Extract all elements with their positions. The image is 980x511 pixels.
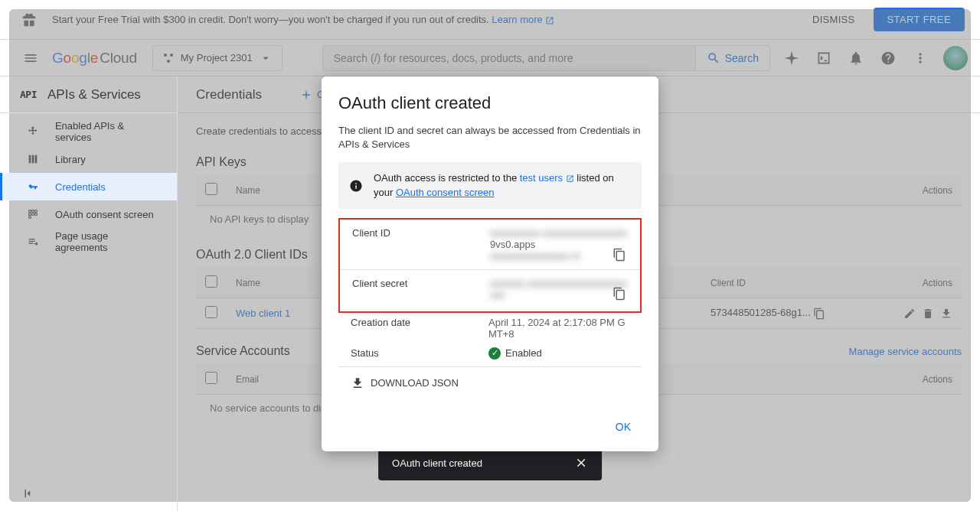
project-selector[interactable]: My Project 2301 xyxy=(152,45,283,71)
test-users-link[interactable]: test users xyxy=(520,172,574,184)
snackbar-text: OAuth client created xyxy=(392,457,482,469)
google-cloud-logo[interactable]: Google Cloud xyxy=(52,50,137,67)
download-json-button[interactable]: DOWNLOAD JSON xyxy=(338,370,642,396)
info-banner: OAuth access is restricted to the test u… xyxy=(338,162,642,208)
project-icon xyxy=(162,52,175,64)
info-icon xyxy=(349,179,363,193)
help-icon[interactable] xyxy=(873,43,903,73)
client-secret-value: xxxxxxx xxxxxxxxxxxxxxxxxxxxxxx xyxy=(490,278,628,301)
plus-icon xyxy=(300,89,312,101)
status-label: Status xyxy=(351,347,488,360)
close-icon[interactable] xyxy=(574,456,588,470)
consent-screen-link[interactable]: OAuth consent screen xyxy=(396,187,495,198)
select-all-checkbox[interactable] xyxy=(205,275,217,288)
cloud-shell-icon[interactable] xyxy=(808,43,839,73)
svg-point-2 xyxy=(167,60,170,63)
credentials-highlight-box: Client ID xxxxxxxxxx xxxxxxxxxxxxxxxxx9v… xyxy=(338,218,642,313)
manage-sa-link[interactable]: Manage service accounts xyxy=(849,346,962,357)
sidebar: API APIs & Services Enabled APIs & servi… xyxy=(0,76,178,511)
project-name: My Project 2301 xyxy=(181,52,253,63)
consent-icon xyxy=(26,207,40,221)
more-menu-icon[interactable] xyxy=(905,43,936,73)
library-icon xyxy=(26,152,40,166)
sidebar-item-label: Page usage agreements xyxy=(55,230,163,253)
learn-more-link[interactable]: Learn more xyxy=(492,14,554,25)
status-value: ✓ Enabled xyxy=(488,347,542,360)
creation-date-value: April 11, 2024 at 2:17:08 PM GMT+8 xyxy=(488,317,629,340)
trial-banner: Start your Free Trial with $300 in credi… xyxy=(0,0,980,40)
sidebar-item-label: Library xyxy=(55,154,86,165)
sidebar-item-label: Enabled APIs & services xyxy=(55,120,163,143)
oauth-created-dialog: OAuth client created The client ID and s… xyxy=(322,76,658,451)
client-id-value: xxxxxxxxxx xxxxxxxxxxxxxxxxx9vs0.apps xx… xyxy=(490,227,628,262)
dialog-title: OAuth client created xyxy=(338,93,642,113)
sidebar-item-credentials[interactable]: Credentials xyxy=(0,173,177,200)
svg-point-0 xyxy=(164,54,167,57)
sidebar-item-enabled-apis[interactable]: Enabled APIs & services xyxy=(0,118,177,145)
agreements-icon xyxy=(26,235,40,249)
copy-icon[interactable] xyxy=(813,308,825,320)
api-badge: API xyxy=(20,89,37,100)
row-checkbox[interactable] xyxy=(205,306,217,318)
gift-icon xyxy=(21,12,37,28)
download-icon xyxy=(351,376,364,390)
check-icon: ✓ xyxy=(488,347,501,360)
dismiss-button[interactable]: DISMISS xyxy=(800,8,867,31)
search-icon xyxy=(707,51,720,65)
copy-icon[interactable] xyxy=(612,287,626,301)
select-all-checkbox[interactable] xyxy=(205,183,217,195)
avatar[interactable] xyxy=(943,46,968,70)
dialog-description: The client ID and secret can always be a… xyxy=(338,124,642,151)
search-button[interactable]: Search xyxy=(695,45,770,71)
edit-icon[interactable] xyxy=(903,308,916,320)
hamburger-menu[interactable] xyxy=(15,43,46,73)
sidebar-item-page-usage[interactable]: Page usage agreements xyxy=(0,228,177,255)
start-free-button[interactable]: START FREE xyxy=(874,8,965,31)
download-icon[interactable] xyxy=(940,308,952,320)
copy-icon[interactable] xyxy=(612,248,626,262)
oauth-client-link[interactable]: Web client 1 xyxy=(236,308,290,319)
sidebar-item-library[interactable]: Library xyxy=(0,145,177,173)
client-id-label: Client ID xyxy=(352,227,490,262)
ok-button[interactable]: OK xyxy=(603,415,643,439)
search-input[interactable] xyxy=(322,45,695,71)
service-accounts-title: Service Accounts xyxy=(196,344,290,358)
delete-icon[interactable] xyxy=(922,308,934,320)
enabled-icon xyxy=(26,125,40,138)
top-header: Google Cloud My Project 2301 Search xyxy=(0,40,980,76)
select-all-checkbox[interactable] xyxy=(205,372,217,384)
creation-date-label: Creation date xyxy=(351,317,488,340)
chevron-down-icon xyxy=(259,51,273,65)
trial-text: Start your Free Trial with $300 in credi… xyxy=(52,14,800,25)
notifications-icon[interactable] xyxy=(841,43,871,73)
sidebar-item-label: Credentials xyxy=(55,181,106,193)
key-icon xyxy=(26,180,40,194)
client-secret-label: Client secret xyxy=(352,278,490,301)
sidebar-title: API APIs & Services xyxy=(0,76,177,113)
gemini-icon[interactable] xyxy=(776,43,807,73)
svg-point-1 xyxy=(170,54,173,57)
page-title: Credentials xyxy=(196,87,262,103)
sidebar-item-label: OAuth consent screen xyxy=(55,209,154,220)
client-id-text: 573448501285-68g1... xyxy=(710,307,811,318)
collapse-sidebar-button[interactable] xyxy=(21,487,40,505)
sidebar-item-oauth-consent[interactable]: OAuth consent screen xyxy=(0,200,177,228)
